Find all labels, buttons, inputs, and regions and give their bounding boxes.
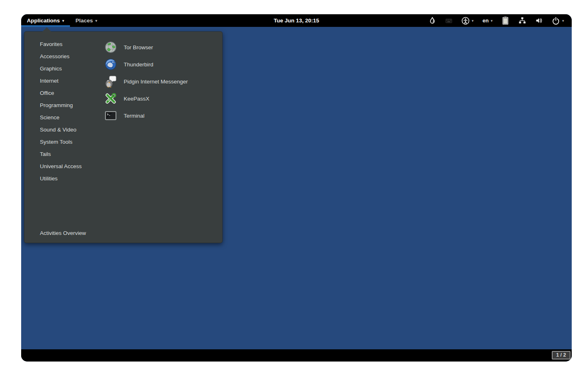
category-accessories[interactable]: Accessories [24,50,102,63]
category-universal-access[interactable]: Universal Access [24,160,102,173]
clipboard-icon [501,16,509,25]
applications-menu-button[interactable]: Applications ▾ [21,14,70,27]
category-office[interactable]: Office [24,87,102,99]
places-label: Places [76,18,93,24]
category-internet[interactable]: Internet [24,75,102,87]
category-list: Favorites Accessories Graphics Internet … [24,38,102,185]
top-panel: Applications ▾ Places ▾ Tue Jun 13, 20:1… [21,14,572,27]
wired-network-icon [518,17,526,24]
app-list: Tor Browser Thunderbird [104,39,198,124]
bottom-panel: 1 / 2 [21,349,572,362]
tor-browser-icon [104,41,117,54]
top-panel-left: Applications ▾ Places ▾ [21,14,103,27]
accessibility-menu-button[interactable]: ▾ [457,14,478,27]
applications-label: Applications [27,18,60,24]
category-utilities[interactable]: Utilities [24,173,102,185]
category-sound-video[interactable]: Sound & Video [24,124,102,136]
power-menu-button[interactable]: ▾ [547,14,568,27]
tor-status-button[interactable] [424,14,441,27]
clock-button[interactable]: Tue Jun 13, 20:15 [274,14,319,27]
app-label: KeePassX [124,96,149,102]
tor-onion-icon [428,17,436,24]
openpgp-clipboard-button[interactable] [497,14,514,27]
category-favorites[interactable]: Favorites [24,38,102,50]
category-programming[interactable]: Programming [24,99,102,112]
chevron-down-icon: ▾ [562,19,564,23]
terminal-icon [104,109,117,122]
app-item-tor-browser[interactable]: Tor Browser [104,39,198,56]
app-item-terminal[interactable]: Terminal [104,107,198,124]
category-graphics[interactable]: Graphics [24,63,102,75]
virtual-keyboard-button[interactable] [441,14,457,27]
app-item-keepassx[interactable]: KeePassX [104,90,198,107]
app-label: Pidgin Internet Messenger [124,79,188,85]
workspace-indicator[interactable]: 1 / 2 [552,351,571,359]
chevron-down-icon: ▾ [62,19,64,23]
volume-menu-button[interactable] [531,14,547,27]
app-label: Tor Browser [124,44,153,50]
menu-pointer-arrow [42,27,51,32]
chevron-down-icon: ▾ [95,19,97,23]
chevron-down-icon: ▾ [491,19,493,23]
virtual-keyboard-icon [445,17,452,24]
keyboard-layout-label: en [483,18,489,24]
volume-icon [535,17,543,24]
power-icon [552,17,560,25]
active-menu-underline [21,25,70,27]
category-tails[interactable]: Tails [24,148,102,160]
top-panel-status-area: ▾ en ▾ [424,14,568,27]
network-menu-button[interactable] [514,14,531,27]
app-label: Thunderbird [124,61,153,68]
places-menu-button[interactable]: Places ▾ [70,14,103,27]
category-system-tools[interactable]: System Tools [24,136,102,148]
chevron-down-icon: ▾ [472,19,474,23]
keepassx-icon [104,92,117,105]
activities-overview-button[interactable]: Activities Overview [40,230,86,236]
app-label: Terminal [124,113,144,119]
accessibility-icon [461,17,470,25]
category-science[interactable]: Science [24,112,102,124]
app-item-pidgin[interactable]: Pidgin Internet Messenger [104,73,198,90]
applications-dropdown-menu: Favorites Accessories Graphics Internet … [24,31,223,243]
keyboard-layout-button[interactable]: en ▾ [478,14,497,27]
desktop-screen: Applications ▾ Places ▾ Tue Jun 13, 20:1… [21,14,572,362]
pidgin-icon [104,75,117,88]
app-item-thunderbird[interactable]: Thunderbird [104,56,198,73]
thunderbird-icon [104,58,117,71]
